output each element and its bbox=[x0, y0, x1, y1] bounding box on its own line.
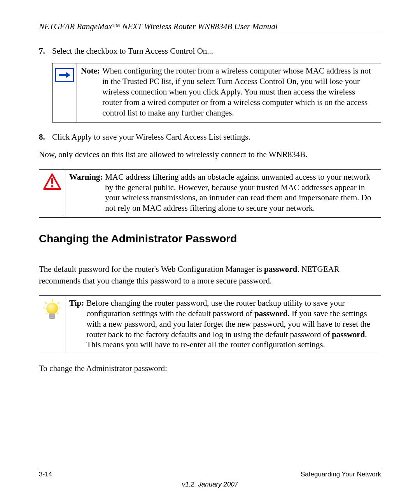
text: The default password for the router's We… bbox=[39, 264, 264, 274]
note-label: Note: bbox=[81, 66, 102, 118]
step-text: Click Apply to save your Wireless Card A… bbox=[52, 131, 381, 143]
step-number: 8. bbox=[39, 131, 52, 143]
svg-marker-1 bbox=[66, 72, 70, 78]
paragraph-after-step8: Now, only devices on this list are allow… bbox=[39, 149, 381, 160]
doc-version: v1.2, January 2007 bbox=[39, 481, 381, 488]
warning-callout: Warning: MAC address filtering adds an o… bbox=[39, 169, 381, 218]
bold-password: password bbox=[264, 264, 297, 274]
chapter-title: Safeguarding Your Network bbox=[301, 471, 381, 478]
page-footer: 3-14 Safeguarding Your Network v1.2, Jan… bbox=[39, 468, 381, 488]
step-text: Select the checkbox to Turn Access Contr… bbox=[52, 45, 381, 57]
header-rule bbox=[39, 34, 381, 34]
note-callout: Note: When configuring the router from a… bbox=[52, 63, 381, 122]
warning-body: Warning: MAC address filtering adds an o… bbox=[65, 170, 381, 218]
warning-text: MAC address filtering adds an obstacle a… bbox=[105, 172, 375, 214]
manual-page: NETGEAR RangeMax™ NEXT Wireless Router W… bbox=[0, 0, 420, 504]
tip-callout: Tip: Before changing the router password… bbox=[39, 295, 381, 354]
bold-password: password bbox=[254, 309, 287, 318]
lightbulb-icon bbox=[42, 299, 62, 321]
svg-line-6 bbox=[45, 302, 47, 304]
warning-icon bbox=[43, 173, 61, 190]
note-icon-cell bbox=[52, 63, 77, 122]
svg-line-11 bbox=[57, 313, 58, 314]
bold-password: password bbox=[332, 330, 365, 339]
page-number: 3-14 bbox=[39, 471, 52, 478]
step-7: 7. Select the checkbox to Turn Access Co… bbox=[39, 45, 381, 57]
tip-text: Before changing the router password, use… bbox=[86, 298, 375, 350]
step-8: 8. Click Apply to save your Wireless Car… bbox=[39, 131, 381, 143]
step-number: 7. bbox=[39, 45, 52, 57]
svg-point-4 bbox=[51, 185, 53, 187]
warning-label: Warning: bbox=[69, 172, 105, 214]
svg-rect-3 bbox=[51, 178, 53, 184]
note-body: Note: When configuring the router from a… bbox=[77, 63, 381, 122]
svg-line-7 bbox=[58, 302, 60, 304]
tip-label: Tip: bbox=[69, 298, 86, 350]
footer-rule bbox=[39, 468, 381, 468]
tip-icon-cell bbox=[39, 296, 65, 354]
running-header: NETGEAR RangeMax™ NEXT Wireless Router W… bbox=[39, 22, 381, 32]
arrow-right-icon bbox=[55, 68, 74, 82]
default-password-paragraph: The default password for the router's We… bbox=[39, 264, 381, 287]
svg-line-10 bbox=[46, 313, 47, 314]
svg-rect-0 bbox=[59, 74, 66, 76]
note-text: When configuring the router from a wirel… bbox=[102, 66, 375, 118]
warning-icon-cell bbox=[39, 170, 65, 218]
tip-body: Tip: Before changing the router password… bbox=[65, 296, 381, 354]
section-heading: Changing the Administrator Password bbox=[39, 233, 381, 245]
to-change-paragraph: To change the Administrator password: bbox=[39, 363, 381, 374]
